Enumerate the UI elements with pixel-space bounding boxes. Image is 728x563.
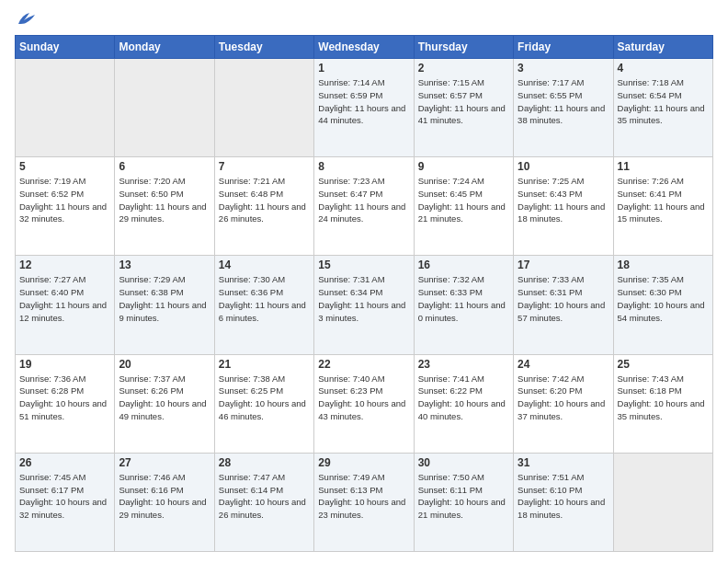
day-number: 15 [318,259,409,271]
calendar-cell: 21Sunrise: 7:38 AMSunset: 6:25 PMDayligh… [214,354,313,453]
calendar-cell: 25Sunrise: 7:43 AMSunset: 6:18 PMDayligh… [613,354,712,453]
day-info: Sunrise: 7:27 AMSunset: 6:40 PMDaylight:… [19,273,110,324]
day-info: Sunrise: 7:23 AMSunset: 6:47 PMDaylight:… [318,175,409,225]
day-number: 22 [318,358,409,371]
header [15,11,713,28]
day-info: Sunrise: 7:35 AMSunset: 6:30 PMDaylight:… [618,273,709,324]
calendar-cell [115,59,214,157]
day-info: Sunrise: 7:36 AMSunset: 6:28 PMDaylight:… [19,373,110,423]
calendar-header-wednesday: Wednesday [314,36,414,59]
calendar-cell: 28Sunrise: 7:47 AMSunset: 6:14 PMDayligh… [214,453,313,551]
calendar-week-row: 12Sunrise: 7:27 AMSunset: 6:40 PMDayligh… [16,256,713,354]
day-number: 16 [418,259,509,271]
day-number: 26 [19,456,110,469]
day-number: 3 [518,62,609,75]
day-number: 8 [318,160,409,173]
day-number: 18 [618,259,709,271]
logo [15,11,37,28]
calendar-cell: 5Sunrise: 7:19 AMSunset: 6:52 PMDaylight… [16,157,115,256]
day-info: Sunrise: 7:45 AMSunset: 6:17 PMDaylight:… [19,471,110,522]
day-number: 31 [518,456,609,469]
calendar-cell: 2Sunrise: 7:15 AMSunset: 6:57 PMDaylight… [414,59,513,157]
calendar-cell [613,453,712,551]
day-info: Sunrise: 7:46 AMSunset: 6:16 PMDaylight:… [119,471,210,522]
calendar-week-row: 19Sunrise: 7:36 AMSunset: 6:28 PMDayligh… [16,354,713,453]
calendar-cell: 17Sunrise: 7:33 AMSunset: 6:31 PMDayligh… [514,256,613,354]
calendar-cell: 11Sunrise: 7:26 AMSunset: 6:41 PMDayligh… [613,157,712,256]
day-number: 5 [19,160,110,173]
calendar-header-thursday: Thursday [414,36,513,59]
calendar-week-row: 1Sunrise: 7:14 AMSunset: 6:59 PMDaylight… [16,59,713,157]
day-info: Sunrise: 7:43 AMSunset: 6:18 PMDaylight:… [618,373,709,423]
day-info: Sunrise: 7:37 AMSunset: 6:26 PMDaylight:… [119,373,210,423]
day-number: 25 [618,358,709,371]
day-number: 13 [119,259,210,271]
calendar-cell [16,59,115,157]
calendar-week-row: 5Sunrise: 7:19 AMSunset: 6:52 PMDaylight… [16,157,713,256]
day-info: Sunrise: 7:38 AMSunset: 6:25 PMDaylight:… [219,373,310,423]
day-number: 19 [19,358,110,371]
calendar-cell: 22Sunrise: 7:40 AMSunset: 6:23 PMDayligh… [314,354,414,453]
page-container: SundayMondayTuesdayWednesdayThursdayFrid… [0,0,728,563]
day-number: 24 [518,358,609,371]
day-number: 30 [418,456,509,469]
calendar-cell: 16Sunrise: 7:32 AMSunset: 6:33 PMDayligh… [414,256,513,354]
calendar-header-row: SundayMondayTuesdayWednesdayThursdayFrid… [16,36,713,59]
calendar-cell: 9Sunrise: 7:24 AMSunset: 6:45 PMDaylight… [414,157,513,256]
day-number: 7 [219,160,310,173]
day-number: 14 [219,259,310,271]
calendar-cell: 3Sunrise: 7:17 AMSunset: 6:55 PMDaylight… [514,59,613,157]
calendar-cell: 12Sunrise: 7:27 AMSunset: 6:40 PMDayligh… [16,256,115,354]
calendar-cell: 29Sunrise: 7:49 AMSunset: 6:13 PMDayligh… [314,453,414,551]
day-number: 11 [618,160,709,173]
day-info: Sunrise: 7:14 AMSunset: 6:59 PMDaylight:… [318,76,409,127]
calendar-table: SundayMondayTuesdayWednesdayThursdayFrid… [15,35,713,552]
calendar-cell: 23Sunrise: 7:41 AMSunset: 6:22 PMDayligh… [414,354,513,453]
day-info: Sunrise: 7:31 AMSunset: 6:34 PMDaylight:… [318,273,409,324]
calendar-cell: 19Sunrise: 7:36 AMSunset: 6:28 PMDayligh… [16,354,115,453]
day-number: 10 [518,160,609,173]
calendar-cell: 13Sunrise: 7:29 AMSunset: 6:38 PMDayligh… [115,256,214,354]
day-info: Sunrise: 7:26 AMSunset: 6:41 PMDaylight:… [618,175,709,225]
day-info: Sunrise: 7:41 AMSunset: 6:22 PMDaylight:… [418,373,509,423]
calendar-header-monday: Monday [115,36,214,59]
day-info: Sunrise: 7:29 AMSunset: 6:38 PMDaylight:… [119,273,210,324]
day-info: Sunrise: 7:21 AMSunset: 6:48 PMDaylight:… [219,175,310,225]
calendar-header-saturday: Saturday [613,36,712,59]
day-number: 4 [618,62,709,75]
calendar-week-row: 26Sunrise: 7:45 AMSunset: 6:17 PMDayligh… [16,453,713,551]
day-info: Sunrise: 7:17 AMSunset: 6:55 PMDaylight:… [518,76,609,127]
day-info: Sunrise: 7:49 AMSunset: 6:13 PMDaylight:… [318,471,409,522]
day-info: Sunrise: 7:15 AMSunset: 6:57 PMDaylight:… [418,76,509,127]
calendar-cell: 8Sunrise: 7:23 AMSunset: 6:47 PMDaylight… [314,157,414,256]
calendar-cell: 1Sunrise: 7:14 AMSunset: 6:59 PMDaylight… [314,59,414,157]
day-info: Sunrise: 7:33 AMSunset: 6:31 PMDaylight:… [518,273,609,324]
day-info: Sunrise: 7:19 AMSunset: 6:52 PMDaylight:… [19,175,110,225]
day-info: Sunrise: 7:42 AMSunset: 6:20 PMDaylight:… [518,373,609,423]
day-number: 27 [119,456,210,469]
calendar-cell: 10Sunrise: 7:25 AMSunset: 6:43 PMDayligh… [514,157,613,256]
day-info: Sunrise: 7:18 AMSunset: 6:54 PMDaylight:… [618,76,709,127]
calendar-cell: 20Sunrise: 7:37 AMSunset: 6:26 PMDayligh… [115,354,214,453]
calendar-cell: 26Sunrise: 7:45 AMSunset: 6:17 PMDayligh… [16,453,115,551]
day-info: Sunrise: 7:20 AMSunset: 6:50 PMDaylight:… [119,175,210,225]
day-info: Sunrise: 7:47 AMSunset: 6:14 PMDaylight:… [219,471,310,522]
calendar-header-friday: Friday [514,36,613,59]
day-number: 20 [119,358,210,371]
calendar-cell: 7Sunrise: 7:21 AMSunset: 6:48 PMDaylight… [214,157,313,256]
day-number: 21 [219,358,310,371]
day-info: Sunrise: 7:25 AMSunset: 6:43 PMDaylight:… [518,175,609,225]
calendar-cell: 4Sunrise: 7:18 AMSunset: 6:54 PMDaylight… [613,59,712,157]
day-info: Sunrise: 7:51 AMSunset: 6:10 PMDaylight:… [518,471,609,522]
calendar-header-sunday: Sunday [16,36,115,59]
day-number: 2 [418,62,509,75]
day-info: Sunrise: 7:40 AMSunset: 6:23 PMDaylight:… [318,373,409,423]
calendar-cell: 30Sunrise: 7:50 AMSunset: 6:11 PMDayligh… [414,453,513,551]
calendar-cell: 14Sunrise: 7:30 AMSunset: 6:36 PMDayligh… [214,256,313,354]
calendar-cell: 31Sunrise: 7:51 AMSunset: 6:10 PMDayligh… [514,453,613,551]
calendar-cell: 18Sunrise: 7:35 AMSunset: 6:30 PMDayligh… [613,256,712,354]
day-number: 28 [219,456,310,469]
day-number: 9 [418,160,509,173]
day-number: 12 [19,259,110,271]
day-info: Sunrise: 7:30 AMSunset: 6:36 PMDaylight:… [219,273,310,324]
